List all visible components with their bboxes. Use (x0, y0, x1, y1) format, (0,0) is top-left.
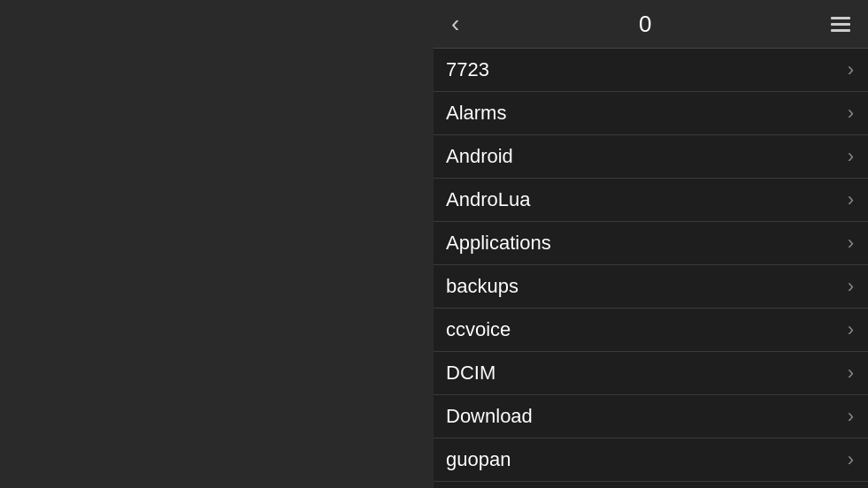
list-item-label: backups (446, 275, 518, 298)
list-item-label: Applications (446, 232, 551, 255)
menu-icon-line1 (831, 17, 850, 19)
list-item[interactable]: guopan› (434, 438, 868, 482)
list-item-label: guopan (446, 448, 511, 471)
list-item-label: Download (446, 405, 533, 428)
list-item-label: Alarms (446, 102, 506, 125)
list-item[interactable]: Download› (434, 395, 868, 438)
list-item[interactable]: AndroLua› (434, 179, 868, 222)
chevron-right-icon: › (848, 448, 854, 471)
chevron-right-icon: › (848, 275, 854, 298)
chevron-right-icon: › (848, 58, 854, 81)
list-item[interactable]: DCIM› (434, 352, 868, 395)
chevron-right-icon: › (848, 362, 854, 385)
chevron-right-icon: › (848, 188, 854, 211)
list-item[interactable]: Android› (434, 135, 868, 179)
list-item[interactable]: 7723› (434, 49, 868, 92)
list-item-label: ccvoice (446, 318, 511, 341)
item-count: 0 (639, 11, 651, 38)
list-item-label: Android (446, 145, 513, 168)
file-list: 7723›Alarms›Android›AndroLua›Application… (434, 49, 868, 488)
list-item-label: 7723 (446, 58, 489, 81)
menu-button[interactable] (822, 17, 859, 32)
back-button[interactable]: ‹ (442, 10, 468, 38)
list-item-label: AndroLua (446, 188, 530, 211)
list-item[interactable]: backups› (434, 265, 868, 309)
right-panel: ‹ 0 7723›Alarms›Android›AndroLua›Applica… (434, 0, 868, 488)
chevron-right-icon: › (848, 145, 854, 168)
menu-icon-line2 (831, 23, 850, 26)
chevron-right-icon: › (848, 405, 854, 428)
list-item[interactable]: ccvoice› (434, 309, 868, 352)
left-panel (0, 0, 434, 488)
menu-icon-line3 (831, 29, 850, 32)
top-bar: ‹ 0 (434, 0, 868, 49)
list-item[interactable]: Applications› (434, 222, 868, 265)
chevron-right-icon: › (848, 102, 854, 125)
chevron-right-icon: › (848, 232, 854, 255)
list-item-label: DCIM (446, 362, 495, 385)
chevron-right-icon: › (848, 318, 854, 341)
list-item[interactable]: Alarms› (434, 92, 868, 135)
